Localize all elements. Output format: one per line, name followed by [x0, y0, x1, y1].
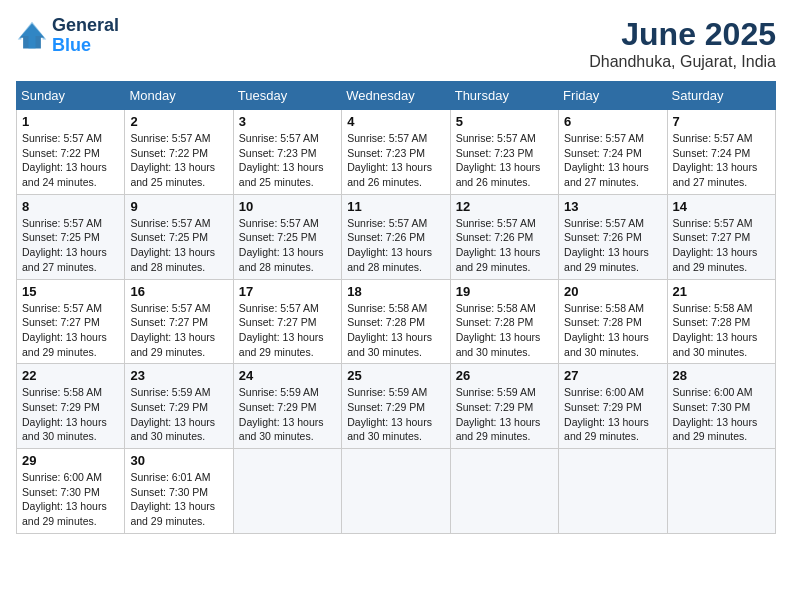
day-number: 9	[130, 199, 227, 214]
calendar-cell: 24 Sunrise: 5:59 AM Sunset: 7:29 PM Dayl…	[233, 364, 341, 449]
calendar-cell	[667, 449, 775, 534]
day-number: 2	[130, 114, 227, 129]
day-number: 22	[22, 368, 119, 383]
day-info: Sunrise: 5:57 AM Sunset: 7:24 PM Dayligh…	[673, 131, 770, 190]
day-number: 20	[564, 284, 661, 299]
col-thursday: Thursday	[450, 82, 558, 110]
calendar-cell: 27 Sunrise: 6:00 AM Sunset: 7:29 PM Dayl…	[559, 364, 667, 449]
day-number: 26	[456, 368, 553, 383]
day-number: 16	[130, 284, 227, 299]
day-number: 10	[239, 199, 336, 214]
day-number: 23	[130, 368, 227, 383]
calendar-cell	[450, 449, 558, 534]
location: Dhandhuka, Gujarat, India	[589, 53, 776, 71]
day-info: Sunrise: 6:01 AM Sunset: 7:30 PM Dayligh…	[130, 470, 227, 529]
calendar-cell: 13 Sunrise: 5:57 AM Sunset: 7:26 PM Dayl…	[559, 194, 667, 279]
calendar-cell: 7 Sunrise: 5:57 AM Sunset: 7:24 PM Dayli…	[667, 110, 775, 195]
day-info: Sunrise: 5:58 AM Sunset: 7:28 PM Dayligh…	[347, 301, 444, 360]
day-info: Sunrise: 5:57 AM Sunset: 7:25 PM Dayligh…	[130, 216, 227, 275]
calendar-cell: 29 Sunrise: 6:00 AM Sunset: 7:30 PM Dayl…	[17, 449, 125, 534]
day-number: 30	[130, 453, 227, 468]
calendar-cell: 19 Sunrise: 5:58 AM Sunset: 7:28 PM Dayl…	[450, 279, 558, 364]
day-number: 28	[673, 368, 770, 383]
calendar-week-row: 8 Sunrise: 5:57 AM Sunset: 7:25 PM Dayli…	[17, 194, 776, 279]
calendar-cell: 15 Sunrise: 5:57 AM Sunset: 7:27 PM Dayl…	[17, 279, 125, 364]
col-monday: Monday	[125, 82, 233, 110]
calendar-cell: 16 Sunrise: 5:57 AM Sunset: 7:27 PM Dayl…	[125, 279, 233, 364]
day-number: 5	[456, 114, 553, 129]
day-info: Sunrise: 5:57 AM Sunset: 7:22 PM Dayligh…	[22, 131, 119, 190]
day-number: 11	[347, 199, 444, 214]
col-tuesday: Tuesday	[233, 82, 341, 110]
day-number: 18	[347, 284, 444, 299]
day-number: 29	[22, 453, 119, 468]
day-info: Sunrise: 5:57 AM Sunset: 7:26 PM Dayligh…	[564, 216, 661, 275]
calendar-cell: 14 Sunrise: 5:57 AM Sunset: 7:27 PM Dayl…	[667, 194, 775, 279]
calendar-cell	[559, 449, 667, 534]
day-number: 25	[347, 368, 444, 383]
day-info: Sunrise: 5:58 AM Sunset: 7:28 PM Dayligh…	[673, 301, 770, 360]
logo-line2: Blue	[52, 36, 119, 56]
calendar-cell	[342, 449, 450, 534]
page-header: General Blue June 2025 Dhandhuka, Gujara…	[16, 16, 776, 71]
day-number: 24	[239, 368, 336, 383]
calendar-cell: 1 Sunrise: 5:57 AM Sunset: 7:22 PM Dayli…	[17, 110, 125, 195]
day-info: Sunrise: 5:57 AM Sunset: 7:22 PM Dayligh…	[130, 131, 227, 190]
calendar-cell: 8 Sunrise: 5:57 AM Sunset: 7:25 PM Dayli…	[17, 194, 125, 279]
calendar-week-row: 1 Sunrise: 5:57 AM Sunset: 7:22 PM Dayli…	[17, 110, 776, 195]
calendar-week-row: 22 Sunrise: 5:58 AM Sunset: 7:29 PM Dayl…	[17, 364, 776, 449]
day-number: 27	[564, 368, 661, 383]
calendar-week-row: 29 Sunrise: 6:00 AM Sunset: 7:30 PM Dayl…	[17, 449, 776, 534]
calendar-header-row: Sunday Monday Tuesday Wednesday Thursday…	[17, 82, 776, 110]
day-info: Sunrise: 5:59 AM Sunset: 7:29 PM Dayligh…	[130, 385, 227, 444]
calendar-cell: 12 Sunrise: 5:57 AM Sunset: 7:26 PM Dayl…	[450, 194, 558, 279]
calendar-cell: 2 Sunrise: 5:57 AM Sunset: 7:22 PM Dayli…	[125, 110, 233, 195]
col-saturday: Saturday	[667, 82, 775, 110]
day-info: Sunrise: 5:57 AM Sunset: 7:27 PM Dayligh…	[130, 301, 227, 360]
day-info: Sunrise: 5:57 AM Sunset: 7:23 PM Dayligh…	[239, 131, 336, 190]
calendar-cell: 3 Sunrise: 5:57 AM Sunset: 7:23 PM Dayli…	[233, 110, 341, 195]
calendar-cell: 5 Sunrise: 5:57 AM Sunset: 7:23 PM Dayli…	[450, 110, 558, 195]
title-block: June 2025 Dhandhuka, Gujarat, India	[589, 16, 776, 71]
calendar-cell: 25 Sunrise: 5:59 AM Sunset: 7:29 PM Dayl…	[342, 364, 450, 449]
day-info: Sunrise: 5:57 AM Sunset: 7:23 PM Dayligh…	[347, 131, 444, 190]
logo-line1: General	[52, 16, 119, 36]
calendar-cell: 23 Sunrise: 5:59 AM Sunset: 7:29 PM Dayl…	[125, 364, 233, 449]
calendar-cell: 6 Sunrise: 5:57 AM Sunset: 7:24 PM Dayli…	[559, 110, 667, 195]
day-number: 3	[239, 114, 336, 129]
day-info: Sunrise: 5:59 AM Sunset: 7:29 PM Dayligh…	[347, 385, 444, 444]
day-number: 6	[564, 114, 661, 129]
calendar-cell: 4 Sunrise: 5:57 AM Sunset: 7:23 PM Dayli…	[342, 110, 450, 195]
day-info: Sunrise: 5:57 AM Sunset: 7:27 PM Dayligh…	[239, 301, 336, 360]
day-info: Sunrise: 5:58 AM Sunset: 7:28 PM Dayligh…	[456, 301, 553, 360]
calendar-cell: 10 Sunrise: 5:57 AM Sunset: 7:25 PM Dayl…	[233, 194, 341, 279]
day-info: Sunrise: 6:00 AM Sunset: 7:29 PM Dayligh…	[564, 385, 661, 444]
calendar-week-row: 15 Sunrise: 5:57 AM Sunset: 7:27 PM Dayl…	[17, 279, 776, 364]
calendar-cell: 28 Sunrise: 6:00 AM Sunset: 7:30 PM Dayl…	[667, 364, 775, 449]
day-info: Sunrise: 5:57 AM Sunset: 7:24 PM Dayligh…	[564, 131, 661, 190]
day-info: Sunrise: 6:00 AM Sunset: 7:30 PM Dayligh…	[673, 385, 770, 444]
day-info: Sunrise: 5:59 AM Sunset: 7:29 PM Dayligh…	[239, 385, 336, 444]
month-title: June 2025	[589, 16, 776, 53]
calendar-cell	[233, 449, 341, 534]
day-info: Sunrise: 5:58 AM Sunset: 7:28 PM Dayligh…	[564, 301, 661, 360]
day-number: 15	[22, 284, 119, 299]
day-info: Sunrise: 5:58 AM Sunset: 7:29 PM Dayligh…	[22, 385, 119, 444]
day-info: Sunrise: 5:57 AM Sunset: 7:26 PM Dayligh…	[347, 216, 444, 275]
svg-marker-1	[18, 22, 46, 49]
calendar-cell: 11 Sunrise: 5:57 AM Sunset: 7:26 PM Dayl…	[342, 194, 450, 279]
calendar-cell: 20 Sunrise: 5:58 AM Sunset: 7:28 PM Dayl…	[559, 279, 667, 364]
calendar-cell: 18 Sunrise: 5:58 AM Sunset: 7:28 PM Dayl…	[342, 279, 450, 364]
day-info: Sunrise: 5:59 AM Sunset: 7:29 PM Dayligh…	[456, 385, 553, 444]
calendar-cell: 21 Sunrise: 5:58 AM Sunset: 7:28 PM Dayl…	[667, 279, 775, 364]
day-info: Sunrise: 5:57 AM Sunset: 7:26 PM Dayligh…	[456, 216, 553, 275]
col-friday: Friday	[559, 82, 667, 110]
logo-text-block: General Blue	[52, 16, 119, 56]
col-sunday: Sunday	[17, 82, 125, 110]
logo: General Blue	[16, 16, 119, 56]
day-info: Sunrise: 5:57 AM Sunset: 7:27 PM Dayligh…	[673, 216, 770, 275]
day-number: 17	[239, 284, 336, 299]
day-number: 14	[673, 199, 770, 214]
calendar-cell: 9 Sunrise: 5:57 AM Sunset: 7:25 PM Dayli…	[125, 194, 233, 279]
calendar-cell: 30 Sunrise: 6:01 AM Sunset: 7:30 PM Dayl…	[125, 449, 233, 534]
